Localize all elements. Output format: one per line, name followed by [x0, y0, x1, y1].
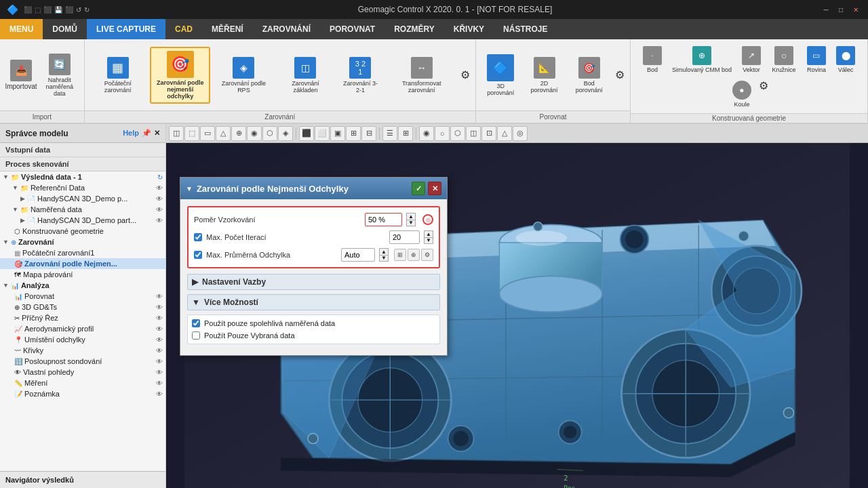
tree-analyza-group[interactable]: ▼ 📊 Analýza — [0, 280, 165, 291]
ribbon-btn-zarovnani-more[interactable]: ⚙ — [459, 67, 471, 83]
strip-btn-5[interactable]: ⊕ — [231, 126, 246, 141]
menu-btn-mereni[interactable]: MĚŘENÍ — [202, 19, 253, 39]
constraint-header[interactable]: ▶ Nastavení Vazby — [187, 274, 440, 290]
strip-btn-17[interactable]: ○ — [435, 126, 450, 141]
sampling-spin-up[interactable]: ▲ — [406, 213, 416, 220]
max-avg-spin-down[interactable]: ▼ — [379, 255, 389, 262]
tree-umisteni[interactable]: 📍 Umístění odchylky 👁 — [0, 334, 165, 345]
tree-vlastni[interactable]: 👁 Vlastní pohledy 👁 — [0, 367, 165, 378]
ribbon-btn-rps[interactable]: ◈ Zarovnání podle RPS — [213, 54, 274, 96]
tree-konstruovane[interactable]: ⬡ Konstruované geometrie — [0, 226, 165, 237]
aero-eye[interactable]: 👁 — [156, 325, 163, 333]
strip-btn-14[interactable]: ☰ — [382, 126, 397, 141]
ribbon-btn-vektor[interactable]: ↗ Vektor — [738, 43, 765, 76]
strip-btn-7[interactable]: ⬡ — [262, 126, 277, 141]
max-iter-input[interactable] — [389, 230, 420, 244]
referencni-eye-icon[interactable]: 👁 — [156, 184, 163, 192]
max-iter-spin-up[interactable]: ▲ — [424, 230, 433, 237]
sidebar-pin-icon[interactable]: 📌 — [142, 129, 151, 138]
strip-btn-11[interactable]: ▣ — [330, 126, 345, 141]
menu-btn-nastroje[interactable]: NÁSTROJE — [494, 19, 557, 39]
dialog-collapse-icon[interactable]: ▼ — [186, 185, 193, 192]
tree-aerodynamicky[interactable]: 📈 Aerodynamický profil 👁 — [0, 323, 165, 334]
porovnat-eye[interactable]: 👁 — [156, 293, 163, 300]
more-options-header[interactable]: ▼ Více Možností — [187, 294, 440, 310]
viewport[interactable]: 2 Poc... ▼ Zarovnání podle Nejmenší Odch… — [166, 143, 868, 488]
tree-mapa-parovani[interactable]: 🗺 Mapa párování — [0, 269, 165, 280]
ribbon-btn-3d-porovnani[interactable]: 🔷 3D porovnání — [480, 52, 521, 99]
avg-btn-3[interactable]: ⚙ — [421, 249, 433, 261]
avg-btn-1[interactable]: ⊞ — [394, 249, 406, 261]
strip-btn-15[interactable]: ⊞ — [398, 126, 413, 141]
strip-btn-22[interactable]: ◎ — [513, 126, 528, 141]
dialog-confirm-btn[interactable]: ✓ — [412, 182, 425, 195]
minimize-icon[interactable]: ─ — [821, 4, 831, 15]
mereni-eye[interactable]: 👁 — [156, 380, 163, 387]
handyscan-ref-eye-icon[interactable]: 👁 — [156, 195, 163, 203]
tree-namerena[interactable]: ▼ 📁 Naměřená data 👁 — [0, 204, 165, 215]
sidebar-close-icon[interactable]: ✕ — [154, 129, 160, 138]
max-iter-spin-down[interactable]: ▼ — [424, 237, 433, 244]
ribbon-btn-bod[interactable]: · Bod — [639, 43, 666, 76]
poznamka-eye[interactable]: 👁 — [156, 390, 163, 398]
ribbon-btn-321[interactable]: 3 21 Zarovnání 3-2-1 — [336, 54, 384, 96]
ribbon-btn-kruznice[interactable]: ○ Kružnice — [767, 43, 801, 76]
strip-btn-10[interactable]: ⬜ — [315, 126, 330, 141]
strip-btn-13[interactable]: ⊟ — [361, 126, 376, 141]
max-iter-checkbox[interactable] — [194, 233, 202, 241]
tree-pricny-rez[interactable]: ✂ Příčný Řez 👁 — [0, 312, 165, 323]
tree-3d-gdts[interactable]: ⊕ 3D GD&Ts 👁 — [0, 302, 165, 312]
maximize-icon[interactable]: □ — [835, 4, 846, 15]
sampling-input[interactable] — [365, 213, 402, 226]
menu-btn-krivky[interactable]: KŘIVKY — [444, 19, 494, 39]
tree-handyscan-meas[interactable]: ▶ 📄 HandySCAN 3D_Demo part... 👁 — [0, 215, 165, 226]
ribbon-btn-konstruovana-more[interactable]: ⚙ — [757, 78, 770, 94]
vysledna-refresh-icon[interactable]: ↻ — [157, 174, 163, 181]
strip-btn-6[interactable]: ◉ — [247, 126, 262, 141]
help-label[interactable]: Help — [123, 129, 139, 138]
tree-pocatecni-zarovnani[interactable]: ▦ Počáteční zarovnání1 — [0, 247, 165, 258]
menu-btn-cad[interactable]: CAD — [165, 19, 202, 39]
ribbon-btn-bod-porovnani[interactable]: 🎯 Bod porovnání — [568, 54, 611, 96]
tree-referencni[interactable]: ▼ 📁 Referenční Data 👁 — [0, 182, 165, 193]
tree-porovnat[interactable]: 📊 Porovnat 👁 — [0, 291, 165, 302]
strip-btn-8[interactable]: ◈ — [278, 126, 293, 141]
menu-btn-rozmery[interactable]: ROZMĚRY — [384, 19, 444, 39]
tree-poznamka[interactable]: 📝 Poznámka 👁 — [0, 388, 165, 399]
namerena-eye-icon[interactable]: 👁 — [156, 206, 163, 214]
strip-btn-12[interactable]: ⊞ — [346, 126, 361, 141]
ribbon-btn-2d-porovnani[interactable]: 📐 2D porovnání — [524, 54, 564, 96]
tree-zarovnani-group[interactable]: ▼ ⊕ Zarovnání — [0, 237, 165, 247]
avg-btn-2[interactable]: ⊕ — [408, 249, 420, 261]
strip-btn-18[interactable]: ⬡ — [450, 126, 465, 141]
strip-btn-3[interactable]: ▭ — [200, 126, 215, 141]
strip-btn-1[interactable]: ◫ — [169, 126, 184, 141]
use-selected-checkbox[interactable] — [192, 331, 200, 340]
menu-btn-menu[interactable]: MENU — [0, 19, 43, 39]
tree-mereni[interactable]: 📏 Měření 👁 — [0, 378, 165, 388]
use-reliable-checkbox[interactable] — [192, 319, 200, 327]
ribbon-btn-nahradit[interactable]: 🔄 Nahradit naměřená data — [39, 51, 80, 100]
strip-btn-2[interactable]: ⬚ — [184, 126, 199, 141]
ribbon-btn-valec[interactable]: ⬤ Válec — [832, 43, 859, 76]
max-avg-input[interactable] — [341, 248, 375, 262]
ribbon-btn-rovina[interactable]: ▭ Rovina — [803, 43, 830, 76]
gdts-eye[interactable]: 👁 — [156, 304, 163, 311]
max-avg-spin-up[interactable]: ▲ — [379, 248, 389, 255]
ribbon-btn-nejmensi[interactable]: 🎯 Zarovnání podlenejmenší odchylky — [150, 47, 210, 104]
strip-btn-4[interactable]: △ — [216, 126, 231, 141]
tree-krivky[interactable]: 〰 Křivky 👁 — [0, 345, 165, 356]
ribbon-btn-sim-cmm[interactable]: ⊕ Simulovaný CMM bod — [668, 43, 736, 76]
close-icon[interactable]: ✕ — [850, 4, 861, 15]
dialog-close-btn[interactable]: ✕ — [428, 182, 441, 195]
strip-btn-21[interactable]: △ — [497, 126, 512, 141]
tree-posloupnost[interactable]: 🔢 Posloupnost sondování 👁 — [0, 356, 165, 367]
tree-handyscan-ref[interactable]: ▶ 📄 HandySCAN 3D_Demo p... 👁 — [0, 193, 165, 204]
ribbon-btn-koule[interactable]: ● Koule — [728, 78, 755, 110]
menu-btn-live-capture[interactable]: LIVE CAPTURE — [87, 19, 165, 39]
krivky-eye[interactable]: 👁 — [156, 347, 163, 354]
sampling-spin-down[interactable]: ▼ — [406, 220, 416, 226]
ribbon-btn-importovat[interactable]: 📥 Importovat — [4, 57, 38, 93]
ribbon-btn-pocatecni[interactable]: ▦ Počáteční zarovnání — [89, 54, 148, 96]
vlastni-eye[interactable]: 👁 — [156, 369, 163, 376]
